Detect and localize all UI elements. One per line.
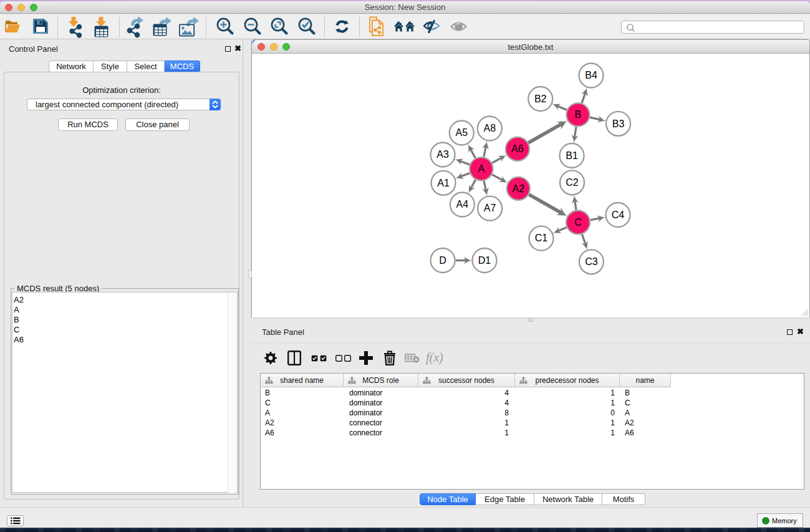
svg-text:A5: A5 [456, 127, 468, 138]
svg-text:D1: D1 [478, 255, 491, 266]
svg-text:B4: B4 [585, 70, 597, 80]
svg-text:C2: C2 [566, 177, 579, 188]
svg-text:A1: A1 [437, 178, 450, 188]
svg-text:C1: C1 [535, 233, 548, 243]
svg-text:A8: A8 [484, 123, 496, 133]
svg-text:A6: A6 [511, 143, 524, 154]
svg-text:A3: A3 [436, 149, 449, 160]
svg-text:B1: B1 [566, 150, 578, 161]
svg-text:C: C [574, 217, 582, 228]
svg-text:B2: B2 [534, 94, 547, 104]
svg-text:B: B [575, 109, 582, 120]
svg-text:A4: A4 [456, 199, 469, 210]
svg-text:A2: A2 [513, 183, 525, 194]
svg-text:C3: C3 [585, 256, 598, 267]
svg-text:A: A [478, 163, 485, 174]
svg-text:C4: C4 [612, 210, 625, 220]
svg-text:B3: B3 [612, 118, 625, 129]
svg-text:A7: A7 [484, 203, 496, 213]
svg-text:D: D [439, 255, 446, 266]
